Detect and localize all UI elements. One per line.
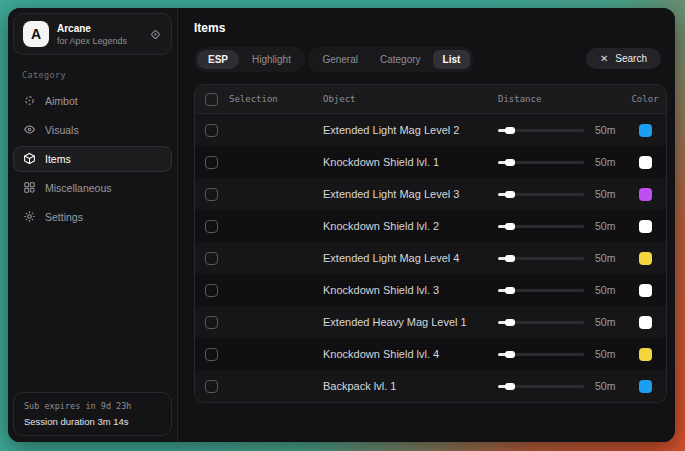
slider-thumb[interactable]: [505, 191, 515, 198]
row-checkbox[interactable]: [205, 124, 218, 137]
distance-slider[interactable]: [498, 225, 584, 228]
table-row: Knockdown Shield lvl. 2 50m: [195, 210, 666, 242]
table-row: Knockdown Shield lvl. 1 50m: [195, 146, 666, 178]
row-checkbox[interactable]: [205, 156, 218, 169]
sidebar: A Arcane for Apex Legends Category Aimbo…: [8, 8, 178, 442]
tab-list[interactable]: List: [433, 50, 471, 69]
tab-esp[interactable]: ESP: [197, 50, 239, 69]
page-title: Items: [194, 21, 667, 35]
sub-expiry-text: Sub expires in 9d 23h: [24, 401, 161, 411]
color-swatch[interactable]: [639, 348, 652, 361]
app-subtitle: for Apex Legends: [57, 36, 127, 46]
object-label: Knockdown Shield lvl. 4: [323, 348, 498, 360]
distance-value: 50m: [595, 380, 615, 392]
distance-slider[interactable]: [498, 353, 584, 356]
sidebar-item-aimbot[interactable]: Aimbot: [13, 88, 172, 114]
distance-value: 50m: [595, 284, 615, 296]
grid-icon: [23, 181, 36, 196]
color-swatch[interactable]: [639, 220, 652, 233]
color-swatch[interactable]: [639, 316, 652, 329]
table-header: Selection Object Distance Color: [195, 85, 666, 114]
search-button[interactable]: ✕ Search: [586, 48, 661, 69]
subscription-info-card: Sub expires in 9d 23h Session duration 3…: [13, 392, 172, 436]
app-title: Arcane: [57, 23, 127, 34]
crosshair-icon: [23, 94, 36, 109]
object-label: Extended Light Mag Level 2: [323, 124, 498, 136]
slider-thumb[interactable]: [505, 127, 515, 134]
table-row: Extended Light Mag Level 2 50m: [195, 114, 666, 146]
package-icon: [23, 152, 36, 167]
color-swatch[interactable]: [639, 188, 652, 201]
object-label: Knockdown Shield lvl. 2: [323, 220, 498, 232]
row-checkbox[interactable]: [205, 348, 218, 361]
slider-thumb[interactable]: [505, 319, 515, 326]
object-label: Extended Light Mag Level 4: [323, 252, 498, 264]
sidebar-item-miscellaneous[interactable]: Miscellaneous: [13, 175, 172, 201]
session-duration-text: Session duration 3m 14s: [24, 416, 161, 427]
distance-value: 50m: [595, 156, 615, 168]
column-header-color: Color: [624, 94, 666, 104]
sidebar-section-label: Category: [22, 70, 163, 80]
color-swatch[interactable]: [639, 380, 652, 393]
sidebar-item-items[interactable]: Items: [13, 146, 172, 172]
table-row: Extended Heavy Mag Level 1 50m: [195, 306, 666, 338]
color-swatch[interactable]: [639, 284, 652, 297]
slider-thumb[interactable]: [505, 351, 515, 358]
table-row: Extended Light Mag Level 4 50m: [195, 242, 666, 274]
object-label: Backpack lvl. 1: [323, 380, 498, 392]
distance-slider[interactable]: [498, 257, 584, 260]
row-checkbox[interactable]: [205, 252, 218, 265]
distance-slider[interactable]: [498, 129, 584, 132]
distance-slider[interactable]: [498, 385, 584, 388]
object-label: Knockdown Shield lvl. 3: [323, 284, 498, 296]
table-body: Extended Light Mag Level 2 50m Knockdown…: [195, 114, 666, 402]
table-row: Knockdown Shield lvl. 4 50m: [195, 338, 666, 370]
sidebar-item-visuals[interactable]: Visuals: [13, 117, 172, 143]
tab-highlight[interactable]: Highlight: [241, 50, 302, 69]
color-swatch[interactable]: [639, 252, 652, 265]
row-checkbox[interactable]: [205, 380, 218, 393]
object-label: Knockdown Shield lvl. 1: [323, 156, 498, 168]
slider-thumb[interactable]: [505, 383, 515, 390]
column-header-distance: Distance: [498, 94, 624, 104]
app-window: A Arcane for Apex Legends Category Aimbo…: [8, 8, 675, 442]
distance-slider[interactable]: [498, 321, 584, 324]
table-row: Knockdown Shield lvl. 3 50m: [195, 274, 666, 306]
slider-thumb[interactable]: [505, 255, 515, 262]
distance-value: 50m: [595, 220, 615, 232]
items-table: Selection Object Distance Color Extended…: [194, 84, 667, 403]
tab-category[interactable]: Category: [370, 50, 431, 69]
table-row: Extended Light Mag Level 3 50m: [195, 178, 666, 210]
column-header-selection: Selection: [229, 94, 278, 104]
row-checkbox[interactable]: [205, 188, 218, 201]
row-checkbox[interactable]: [205, 284, 218, 297]
row-checkbox[interactable]: [205, 220, 218, 233]
sidebar-item-label: Miscellaneous: [45, 182, 112, 194]
sidebar-item-settings[interactable]: Settings: [13, 204, 172, 230]
sidebar-item-label: Visuals: [45, 124, 79, 136]
color-swatch[interactable]: [639, 156, 652, 169]
eye-icon: [23, 123, 36, 138]
slider-thumb[interactable]: [505, 287, 515, 294]
distance-slider[interactable]: [498, 289, 584, 292]
column-header-object: Object: [323, 94, 498, 104]
color-swatch[interactable]: [639, 124, 652, 137]
sidebar-item-label: Items: [45, 153, 71, 165]
tab-general[interactable]: General: [312, 50, 368, 69]
distance-slider[interactable]: [498, 193, 584, 196]
search-button-label: Search: [615, 53, 647, 64]
gear-icon: [23, 210, 36, 225]
slider-thumb[interactable]: [505, 159, 515, 166]
select-all-checkbox[interactable]: [205, 93, 218, 106]
object-label: Extended Heavy Mag Level 1: [323, 316, 498, 328]
distance-slider[interactable]: [498, 161, 584, 164]
distance-value: 50m: [595, 188, 615, 200]
x-icon: ✕: [600, 53, 608, 64]
slider-thumb[interactable]: [505, 223, 515, 230]
sidebar-item-label: Aimbot: [45, 95, 78, 107]
distance-value: 50m: [595, 124, 615, 136]
view-tabs: General Category List: [309, 47, 473, 72]
distance-value: 50m: [595, 348, 615, 360]
row-checkbox[interactable]: [205, 316, 218, 329]
mode-tabs: ESP Highlight: [194, 47, 305, 72]
